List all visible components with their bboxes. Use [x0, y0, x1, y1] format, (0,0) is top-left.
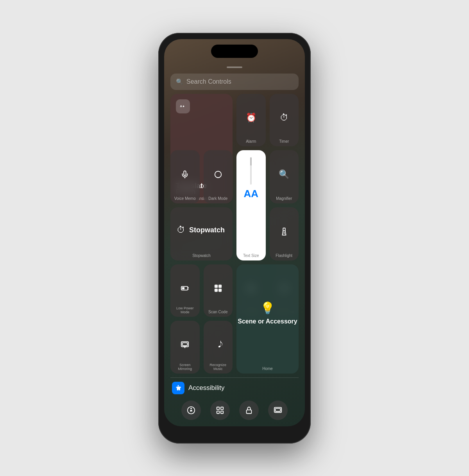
svg-point-4 — [215, 171, 222, 178]
scancode-icon — [214, 284, 222, 293]
bottom-bar — [170, 398, 299, 422]
stopwatch-label: Stopwatch — [172, 253, 231, 258]
home-title: Scene or Accessory — [238, 318, 297, 325]
svg-text:A: A — [180, 104, 183, 108]
search-icon: 🔍 — [176, 78, 183, 85]
magnifier-icon: 🔍 — [279, 170, 289, 179]
bottom-lock-icon[interactable] — [239, 401, 259, 420]
accessibility-label: Accessibility — [188, 384, 225, 392]
timer-label: Timer — [271, 139, 297, 144]
mirroring-label: Screen Mirroring — [172, 363, 198, 371]
bottom-cast-icon[interactable] — [268, 401, 288, 420]
voicememo-tile[interactable]: Voice Memo — [170, 150, 200, 203]
accessibility-section[interactable]: Accessibility — [170, 377, 299, 394]
svg-rect-24 — [219, 290, 220, 291]
phone-frame: 🔍 Search Controls A ✱ Translat — [158, 33, 311, 444]
flashlight-icon — [280, 227, 288, 236]
timer-tile[interactable]: ⏱ Timer — [270, 94, 299, 146]
drag-handle[interactable] — [227, 66, 242, 68]
translate-icon-container: A ✱ — [176, 99, 190, 113]
voicememo-label: Voice Memo — [172, 196, 198, 201]
music-label: Recognize Music — [205, 363, 231, 371]
textsize-aa: AA — [243, 188, 258, 200]
magnifier-tile[interactable]: 🔍 Magnifier — [270, 150, 299, 203]
svg-point-31 — [190, 408, 192, 409]
svg-rect-22 — [219, 286, 220, 287]
translate-icon: A ✱ — [176, 99, 190, 113]
lowpower-icon — [181, 284, 189, 293]
voicememo-icon — [181, 170, 189, 179]
search-bar[interactable]: 🔍 Search Controls — [170, 74, 299, 90]
mirroring-tile[interactable]: Screen Mirroring — [170, 321, 200, 373]
magnifier-label: Magnifier — [271, 196, 297, 201]
accessibility-icon — [172, 382, 184, 394]
svg-rect-2 — [184, 171, 186, 176]
controls-grid: A ✱ Translate French Translate ⏰ Alarm — [170, 94, 299, 374]
svg-rect-26 — [183, 343, 188, 346]
scancode-label: Scan Code — [205, 310, 231, 314]
svg-rect-33 — [221, 407, 223, 409]
stopwatch-tile[interactable]: ⏱ Stopwatch Stopwatch — [170, 207, 233, 260]
textsize-label: Text Size — [238, 253, 264, 258]
svg-rect-36 — [247, 410, 252, 413]
home-tile[interactable]: 💡 Scene or Accessory Home — [236, 264, 299, 373]
svg-rect-35 — [221, 411, 223, 413]
svg-rect-5 — [283, 228, 285, 231]
flashlight-tile[interactable]: Flashlight — [270, 207, 299, 260]
svg-rect-23 — [215, 290, 217, 291]
stopwatch-icon: ⏱ — [177, 225, 185, 235]
home-bulb-icon: 💡 — [260, 301, 275, 315]
timer-icon: ⏱ — [280, 113, 288, 122]
alarm-icon: ⏰ — [246, 113, 256, 122]
svg-rect-38 — [276, 408, 281, 411]
scancode-tile[interactable]: Scan Code — [204, 264, 233, 317]
bottom-accessibility-icon[interactable] — [181, 401, 201, 420]
dynamic-island — [211, 45, 258, 58]
svg-text:✱: ✱ — [183, 105, 184, 107]
darkmode-icon — [214, 170, 222, 179]
stopwatch-text: Stopwatch — [189, 226, 225, 234]
alarm-label: Alarm — [238, 139, 264, 144]
svg-rect-34 — [217, 411, 219, 413]
darkmode-tile[interactable]: Dark Mode — [204, 150, 233, 203]
textsize-tile[interactable]: AA Text Size — [236, 150, 266, 260]
search-placeholder: Search Controls — [186, 78, 231, 85]
mirroring-icon — [181, 340, 189, 349]
svg-rect-32 — [217, 407, 219, 409]
bottom-grid-icon[interactable] — [210, 401, 230, 420]
svg-point-29 — [178, 385, 179, 386]
phone-screen: 🔍 Search Controls A ✱ Translat — [164, 39, 305, 426]
music-tile[interactable]: 𝅘𝅥𝅮 Recognize Music — [204, 321, 233, 373]
svg-rect-21 — [215, 286, 217, 287]
darkmode-label: Dark Mode — [205, 196, 231, 201]
svg-rect-14 — [182, 287, 184, 289]
textsize-slider[interactable] — [250, 157, 252, 185]
content-area: 🔍 Search Controls A ✱ Translat — [164, 63, 305, 426]
lowpower-label: Low Power Mode — [172, 306, 198, 314]
alarm-tile[interactable]: ⏰ Alarm — [236, 94, 266, 146]
lowpower-tile[interactable]: Low Power Mode — [170, 264, 200, 317]
flashlight-label: Flashlight — [271, 253, 297, 258]
home-label: Home — [238, 366, 297, 371]
